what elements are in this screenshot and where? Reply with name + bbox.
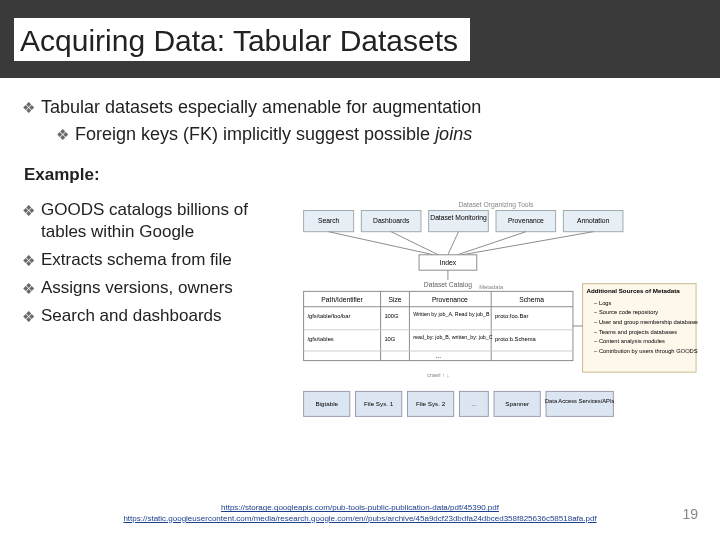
storage-bigtable: Bigtable [315,400,338,407]
svg-line-7 [448,231,459,254]
page-number: 19 [682,506,698,522]
example-heading: Example: [24,165,698,185]
storage-das: Data Access Services/APIs [545,398,615,404]
left-bullet-4: ❖ Search and dashboards [22,305,282,327]
row2-path: /gfs/tables [307,336,333,342]
row1-path: /gfs/table/foo/bar [307,313,350,319]
bullet-1: ❖ Tabular datasets especially amenable f… [22,96,698,119]
row2-size: 10G [384,336,395,342]
ref-link-2[interactable]: https://static.googleusercontent.com/med… [123,514,596,523]
title-bar: Acquiring Data: Tabular Datasets [0,0,720,78]
slide-title: Acquiring Data: Tabular Datasets [14,18,470,61]
left-bullet-3-text: Assigns versions, owners [41,277,233,299]
row2-prov: read_by: job_B, written_by: job_C [413,334,492,340]
svg-line-5 [329,231,434,254]
col-schema: Schema [519,296,544,303]
storage-fs2: File Sys. 2 [416,400,446,407]
diagram-top-label: Dataset Organizing Tools [459,200,535,208]
addl-4: – Teams and projects databases [594,328,677,334]
addl-6: – Contribution by users through GOODS AP… [594,348,698,354]
svg-line-8 [458,231,526,254]
tool-dashboards: Dashboards [373,217,410,224]
row1-size: 100G [384,313,399,319]
catalog-label: Dataset Catalog [424,281,472,289]
addl-5: – Content analysis modules [594,338,665,344]
left-bullet-2: ❖ Extracts schema from file [22,249,282,271]
storage-spanner: Spanner [505,400,529,407]
content-area: ❖ Tabular datasets especially amenable f… [0,78,720,453]
col-path: Path/Identifier [321,296,363,303]
bullet-1a: ❖ Foreign keys (FK) implicitly suggest p… [56,123,698,146]
bullet-1-text: Tabular datasets especially amenable for… [41,96,481,119]
storage-dots: ... [471,400,476,407]
diamond-icon: ❖ [22,201,35,245]
bullet-1a-text: Foreign keys (FK) implicitly suggest pos… [75,123,472,146]
addl-label: Additional Sources of Metadata [586,287,680,294]
references: https://storage.googleapis.com/pub-tools… [0,503,720,524]
diagram-tools-row: Search Dashboards Dataset Monitoring Pro… [304,210,623,231]
diamond-icon: ❖ [56,125,69,148]
tool-provenance: Provenance [508,217,544,224]
ref-link-1[interactable]: https://storage.googleapis.com/pub-tools… [221,503,499,512]
additional-sources: Additional Sources of Metadata – Logs – … [573,283,698,371]
row2-schema: proto:b.Schema [495,336,536,342]
left-bullet-2-text: Extracts schema from file [41,249,232,271]
svg-line-9 [462,231,593,254]
row1-prov: Written by job_A, Read by job_B [413,311,490,317]
bullet-1a-pre: Foreign keys (FK) implicitly suggest pos… [75,124,435,144]
diamond-icon: ❖ [22,251,35,273]
metadata-label: Metadata [479,284,504,290]
left-bullet-1: ❖ GOODS catalogs billions of tables with… [22,199,282,243]
arrows-tools-to-index [329,231,594,254]
architecture-diagram: Dataset Organizing Tools Search Dashboar… [294,199,698,453]
svg-text:crawl ↑ ↓: crawl ↑ ↓ [427,372,450,378]
index-label: Index [440,259,457,266]
tool-annotation: Annotation [577,217,609,224]
addl-1: – Logs [594,300,611,306]
row1-schema: proto:foo.Bar [495,313,528,319]
tool-monitoring: Dataset Monitoring [430,214,487,222]
bullet-1a-em: joins [435,124,472,144]
left-column: ❖ GOODS catalogs billions of tables with… [22,199,282,333]
left-bullet-3: ❖ Assigns versions, owners [22,277,282,299]
left-bullet-4-text: Search and dashboards [41,305,222,327]
svg-line-6 [391,231,438,254]
tool-search: Search [318,217,340,224]
diamond-icon: ❖ [22,98,35,121]
storage-fs1: File Sys. 1 [364,400,394,407]
col-size: Size [388,296,401,303]
left-bullet-1-text: GOODS catalogs billions of tables within… [41,199,282,243]
col-prov: Provenance [432,296,468,303]
catalog-table: Path/Identifier Size Provenance Schema M… [304,284,573,360]
addl-2: – Source code repository [594,309,658,315]
diamond-icon: ❖ [22,279,35,301]
storage-row: Bigtable File Sys. 1 File Sys. 2 ... Spa… [304,391,615,416]
addl-3: – User and group membership databases [594,319,698,325]
catalog-dots: ... [435,351,441,358]
diamond-icon: ❖ [22,307,35,329]
